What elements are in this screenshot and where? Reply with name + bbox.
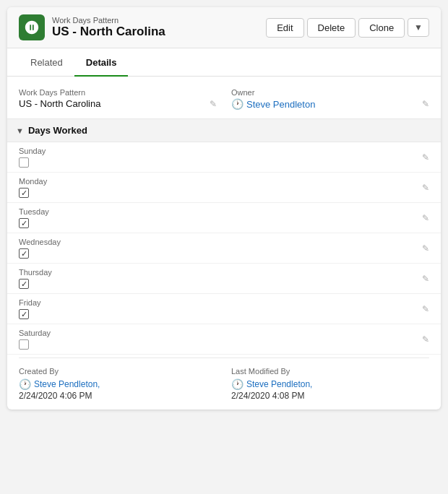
main-card: Work Days Pattern US - North Carolina Ed…	[7, 7, 441, 410]
friday-left: Friday ✓	[19, 298, 41, 319]
thursday-checkbox[interactable]: ✓	[19, 279, 29, 289]
delete-button[interactable]: Delete	[307, 18, 356, 38]
sunday-checkbox[interactable]	[19, 157, 29, 168]
wednesday-edit-icon[interactable]: ✎	[422, 243, 429, 254]
created-by-avatar-icon: 🕐	[19, 378, 31, 390]
app-icon-svg	[24, 20, 40, 35]
day-rows: Sunday ✎ Monday ✓ ✎ Tuesday	[7, 142, 441, 355]
header-left: Work Days Pattern US - North Carolina	[19, 14, 165, 40]
wednesday-checkmark: ✓	[21, 250, 27, 258]
app-icon	[19, 14, 45, 40]
thursday-left: Thursday ✓	[19, 268, 52, 289]
saturday-label: Saturday	[19, 329, 51, 337]
saturday-left: Saturday	[19, 329, 51, 350]
header: Work Days Pattern US - North Carolina Ed…	[7, 7, 441, 48]
tuesday-edit-icon[interactable]: ✎	[422, 213, 429, 223]
saturday-edit-icon[interactable]: ✎	[422, 334, 429, 344]
sunday-row: Sunday ✎	[7, 142, 441, 173]
friday-edit-icon[interactable]: ✎	[422, 304, 429, 314]
tabs-bar: Related Details	[7, 48, 441, 77]
content-area: Work Days Pattern US - North Carolina ✎ …	[7, 77, 441, 410]
monday-edit-icon[interactable]: ✎	[422, 183, 429, 193]
sunday-left: Sunday	[19, 147, 46, 168]
friday-checkmark: ✓	[21, 311, 27, 318]
header-actions: Edit Delete Clone ▼	[266, 18, 429, 38]
monday-row: Monday ✓ ✎	[7, 173, 441, 203]
modified-by-date: 2/24/2020 4:08 PM	[231, 391, 429, 401]
work-days-pattern-edit-icon[interactable]: ✎	[210, 99, 217, 109]
tab-details[interactable]: Details	[74, 48, 129, 77]
tuesday-checkbox[interactable]: ✓	[19, 218, 29, 228]
tab-related[interactable]: Related	[19, 48, 74, 77]
monday-checkmark: ✓	[21, 189, 27, 197]
clone-button[interactable]: Clone	[358, 18, 405, 38]
chevron-down-icon: ▼	[16, 126, 24, 135]
owner-field: Owner 🕐 Steve Pendleton ✎	[231, 88, 429, 116]
more-actions-button[interactable]: ▼	[408, 18, 429, 37]
footer-fields: Created By 🕐 Steve Pendleton, 2/24/2020 …	[19, 358, 429, 410]
owner-edit-icon[interactable]: ✎	[422, 99, 429, 109]
top-field-row: Work Days Pattern US - North Carolina ✎ …	[19, 88, 429, 116]
sunday-edit-icon[interactable]: ✎	[422, 152, 429, 162]
owner-avatar-icon: 🕐	[231, 98, 244, 110]
monday-checkbox[interactable]: ✓	[19, 188, 29, 198]
header-subtitle: Work Days Pattern	[52, 16, 165, 25]
modified-by-link[interactable]: Steve Pendleton,	[246, 379, 312, 389]
friday-checkbox[interactable]: ✓	[19, 309, 29, 319]
created-by-label: Created By	[19, 367, 217, 376]
thursday-label: Thursday	[19, 268, 52, 277]
owner-label: Owner	[231, 88, 429, 97]
header-titles: Work Days Pattern US - North Carolina	[52, 16, 165, 39]
saturday-row: Saturday ✎	[7, 324, 441, 355]
owner-link[interactable]: 🕐 Steve Pendleton	[231, 98, 315, 110]
wednesday-row: Wednesday ✓ ✎	[7, 233, 441, 264]
tuesday-row: Tuesday ✓ ✎	[7, 203, 441, 233]
tuesday-label: Tuesday	[19, 207, 49, 216]
wednesday-checkbox[interactable]: ✓	[19, 248, 29, 259]
monday-left: Monday ✓	[19, 177, 47, 198]
work-days-pattern-label: Work Days Pattern	[19, 88, 217, 97]
modified-by-value: 🕐 Steve Pendleton,	[231, 378, 429, 390]
saturday-checkbox[interactable]	[19, 339, 29, 350]
work-days-pattern-field: Work Days Pattern US - North Carolina ✎	[19, 88, 217, 116]
created-by-date: 2/24/2020 4:06 PM	[19, 391, 217, 401]
created-by-link[interactable]: Steve Pendleton,	[34, 379, 100, 389]
modified-by-field: Last Modified By 🕐 Steve Pendleton, 2/24…	[231, 367, 429, 401]
edit-button[interactable]: Edit	[266, 18, 303, 38]
thursday-row: Thursday ✓ ✎	[7, 264, 441, 294]
owner-value-row: 🕐 Steve Pendleton ✎	[231, 98, 429, 110]
tuesday-checkmark: ✓	[21, 220, 27, 228]
created-by-field: Created By 🕐 Steve Pendleton, 2/24/2020 …	[19, 367, 217, 401]
friday-row: Friday ✓ ✎	[7, 294, 441, 324]
modified-by-label: Last Modified By	[231, 367, 429, 376]
thursday-edit-icon[interactable]: ✎	[422, 274, 429, 284]
friday-label: Friday	[19, 298, 41, 307]
created-by-value: 🕐 Steve Pendleton,	[19, 378, 217, 390]
work-days-pattern-value-row: US - North Carolina ✎	[19, 98, 217, 109]
wednesday-label: Wednesday	[19, 238, 61, 246]
sunday-label: Sunday	[19, 147, 46, 155]
header-title: US - North Carolina	[52, 25, 165, 39]
thursday-checkmark: ✓	[21, 280, 27, 288]
tuesday-left: Tuesday ✓	[19, 207, 49, 228]
days-worked-section-header: ▼ Days Worked	[7, 118, 441, 142]
days-worked-title: Days Worked	[28, 125, 87, 136]
owner-name: Steve Pendleton	[246, 99, 315, 110]
modified-by-avatar-icon: 🕐	[231, 378, 244, 390]
monday-label: Monday	[19, 177, 47, 186]
work-days-pattern-value: US - North Carolina	[19, 98, 100, 109]
wednesday-left: Wednesday ✓	[19, 238, 61, 259]
